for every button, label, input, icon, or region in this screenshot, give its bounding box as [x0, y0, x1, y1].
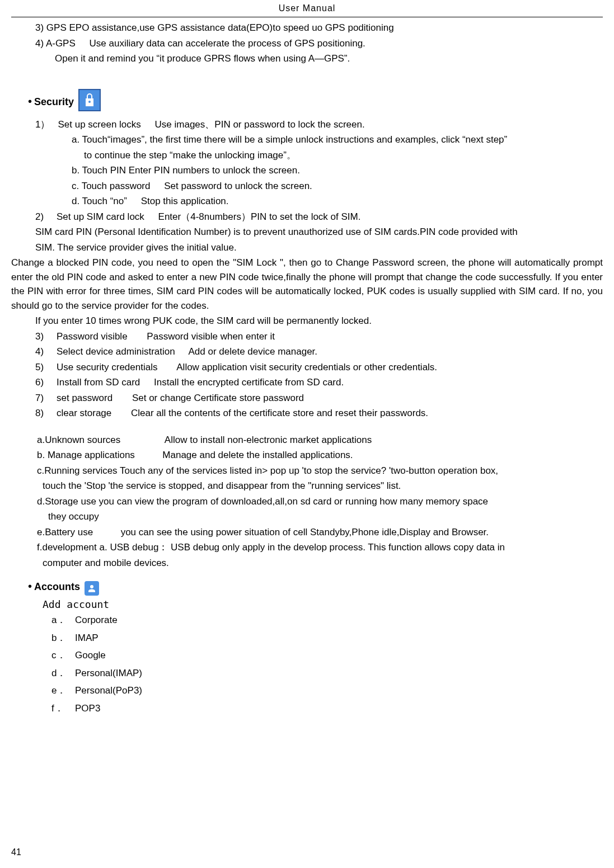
- screen-locks-desc: Use images、PIN or password to lock the s…: [155, 119, 365, 130]
- device-admin-item: 4) Select device administration Add or d…: [11, 345, 603, 359]
- person-icon: [85, 581, 99, 596]
- install-sd-desc: Install the encrypted certificate from S…: [154, 377, 344, 388]
- change-pin-paragraph: Change a blocked PIN code, you need to o…: [11, 256, 603, 313]
- security-section-header: • Security: [11, 87, 603, 110]
- password-visible-item: 3) Password visible Password visible whe…: [11, 329, 603, 344]
- item-letter: d．: [51, 666, 69, 681]
- item-letter: b．: [51, 631, 69, 645]
- item-number: 6): [35, 375, 49, 390]
- item-text: clear storage Clear all the contents of …: [57, 406, 428, 421]
- unknown-sources-item: a.Unknown sources Allow to install non-e…: [11, 433, 603, 447]
- document-body: 3) GPS EPO assistance,use GPS assistance…: [11, 21, 603, 715]
- install-sd-item: 6) Install from SD card Install the encr…: [11, 375, 603, 390]
- sim-lock-label: Set up SIM card lock: [57, 211, 144, 222]
- account-google: c． Google: [11, 648, 603, 663]
- item-value: IMAP: [75, 631, 99, 645]
- manage-apps-desc: Manage and delete the installed applicat…: [162, 450, 353, 460]
- item-text: Set up SIM card lock Enter（4-8numbers）PI…: [57, 210, 360, 224]
- sec-cred-label: Use security credentials: [57, 362, 157, 372]
- battery-use-desc: you can see the using power situation of…: [121, 527, 489, 537]
- item-text: Select device administration Add or dele…: [57, 345, 317, 359]
- account-corporate: a． Corporate: [11, 613, 603, 628]
- running-services-cont: touch the 'Stop 'the service is stopped,…: [11, 479, 603, 493]
- item-letter: a．: [51, 613, 69, 628]
- development-cont: computer and mobile devices.: [11, 556, 603, 570]
- security-credentials-item: 5) Use security credentials Allow applic…: [11, 360, 603, 375]
- running-services-item: c.Running services Touch any of the serv…: [11, 464, 603, 478]
- manage-apps-label: b. Manage applications: [37, 450, 135, 460]
- sub-c-desc: Set password to unlock the screen.: [164, 181, 312, 191]
- item-value: Personal(IMAP): [75, 666, 142, 681]
- install-sd-label: Install from SD card: [57, 377, 140, 388]
- sub-c: c. Touch password Set password to unlock…: [11, 179, 603, 194]
- item-number: 3): [35, 329, 49, 344]
- sub-a: a. Touch“images”, the first time there w…: [11, 133, 603, 147]
- page-header: User Manual: [11, 0, 603, 17]
- clear-storage-label: clear storage: [57, 408, 111, 418]
- set-password-item: 7) set password Set or change Certificat…: [11, 391, 603, 405]
- item-number: 5): [35, 360, 49, 375]
- puk-line: If you enter 10 times wrong PUK code, th…: [11, 314, 603, 328]
- manage-apps-item: b. Manage applications Manage and delete…: [11, 448, 603, 463]
- item-text: Use security credentials Allow applicati…: [57, 360, 437, 375]
- sim-lock-desc: Enter（4-8numbers）PIN to set the lock of …: [158, 211, 361, 222]
- item-text: set password Set or change Certificate s…: [57, 391, 304, 405]
- device-admin-desc: Add or delete device manager.: [188, 346, 317, 357]
- unknown-sources-desc: Allow to install non-electronic market a…: [165, 435, 372, 445]
- item-value: POP3: [75, 701, 100, 716]
- sub-d-label: d. Touch “no”: [72, 196, 127, 206]
- sim-pin-p2: SIM. The service provider gives the init…: [11, 240, 603, 255]
- account-personal-pop3: e． Personal(PoP3): [11, 683, 603, 698]
- pwd-visible-desc: Password visible when enter it: [147, 331, 275, 342]
- screen-locks-item: 1） Set up screen locks Use images、PIN or…: [11, 117, 603, 132]
- bullet-icon: •: [28, 578, 32, 595]
- clear-storage-desc: Clear all the contents of the certificat…: [131, 408, 428, 418]
- development-item: f.development a. USB debug： USB debug on…: [11, 540, 603, 555]
- item-value: Personal(PoP3): [75, 683, 142, 698]
- battery-use-item: e.Battery use you can see the using powe…: [11, 525, 603, 540]
- item-value: Corporate: [75, 613, 118, 628]
- sim-lock-item: 2) Set up SIM card lock Enter（4-8numbers…: [11, 210, 603, 224]
- bullet-icon: •: [28, 93, 32, 110]
- add-account-label: Add account: [11, 597, 603, 612]
- agps-line: 4) A-GPS Use auxiliary data can accelera…: [11, 36, 603, 51]
- security-title: Security: [34, 95, 74, 110]
- agps-note: Open it and remind you “it produce GPRS …: [11, 51, 603, 66]
- sec-cred-desc: Allow application visit security credent…: [176, 362, 437, 372]
- pwd-visible-label: Password visible: [57, 331, 128, 342]
- account-imap: b． IMAP: [11, 631, 603, 645]
- clear-storage-item: 8) clear storage Clear all the contents …: [11, 406, 603, 421]
- sub-b: b. Touch PIN Enter PIN numbers to unlock…: [11, 163, 603, 178]
- sub-c-label: c. Touch password: [72, 181, 150, 191]
- accounts-section-header: • Accounts: [11, 578, 603, 595]
- item-number: 1）: [35, 117, 50, 132]
- storage-use-cont: they occupy: [11, 510, 603, 524]
- sim-pin-p1: SIM card PIN (Personal Identification Nu…: [11, 225, 603, 239]
- screen-locks-label: Set up screen locks: [58, 119, 140, 130]
- sub-a-cont: to continue the step “make the unlocking…: [11, 148, 603, 163]
- item-number: 2): [35, 210, 49, 224]
- sub-d: d. Touch “no” Stop this application.: [11, 194, 603, 209]
- item-letter: e．: [51, 683, 69, 698]
- item-letter: c．: [51, 648, 69, 663]
- item-text: Install from SD card Install the encrypt…: [57, 375, 344, 390]
- item-number: 8): [35, 406, 49, 421]
- lock-icon: [78, 89, 101, 111]
- item-value: Google: [75, 648, 106, 663]
- sub-d-desc: Stop this application.: [141, 196, 229, 206]
- item-text: Password visible Password visible when e…: [57, 329, 275, 344]
- item-letter: f．: [51, 701, 69, 716]
- item-number: 7): [35, 391, 49, 405]
- accounts-title: Accounts: [34, 579, 80, 595]
- storage-use-item: d.Storage use you can view the program o…: [11, 494, 603, 509]
- set-pwd-desc: Set or change Certificate store password: [132, 393, 304, 403]
- device-admin-label: Select device administration: [57, 346, 175, 357]
- gps-epo-line: 3) GPS EPO assistance,use GPS assistance…: [11, 21, 603, 35]
- item-text: Set up screen locks Use images、PIN or pa…: [58, 117, 364, 132]
- unknown-sources-label: a.Unknown sources: [37, 435, 120, 445]
- agps-label: 4) A-GPS: [35, 38, 76, 49]
- account-personal-imap: d． Personal(IMAP): [11, 666, 603, 681]
- set-pwd-label: set password: [57, 393, 113, 403]
- item-number: 4): [35, 345, 49, 359]
- battery-use-label: e.Battery use: [37, 527, 93, 537]
